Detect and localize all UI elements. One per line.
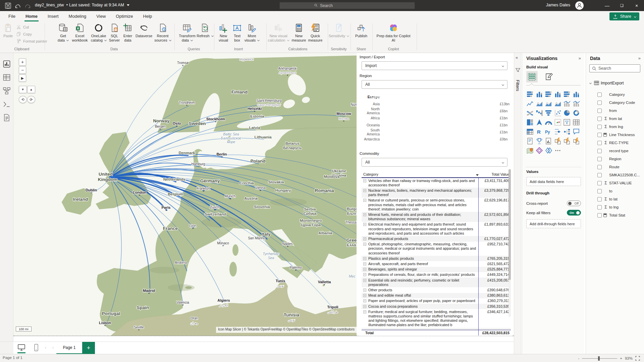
field-checkbox[interactable] [597, 133, 602, 137]
visual-type-slicer[interactable] [563, 119, 571, 126]
field-from-lng[interactable]: Σfrom lng [589, 123, 642, 131]
recent-sources-button[interactable]: Recentsources [154, 23, 171, 43]
expand-row-icon[interactable]: + [363, 223, 366, 226]
sql-server-button[interactable]: SQLServer [107, 23, 122, 43]
expand-row-icon[interactable]: + [363, 243, 366, 246]
field-category[interactable]: Category [589, 90, 642, 99]
visual-type-scroller[interactable] [554, 128, 561, 135]
rail-dax-query-view[interactable] [2, 100, 11, 109]
visual-type-power-automate-2[interactable] [563, 137, 571, 145]
visual-type-treemap[interactable] [526, 119, 534, 126]
table-row[interactable]: +Electrical machinery and equipment and … [362, 222, 511, 236]
visual-type-kpi[interactable] [554, 119, 561, 126]
field-checkbox[interactable] [597, 197, 602, 201]
field-smka122508-c-[interactable]: SMKA122508.C... [589, 171, 642, 179]
expand-filters-icon[interactable]: « [516, 55, 518, 60]
table-header[interactable]: Category Total Value [362, 169, 511, 178]
bar-row-asia[interactable]: Asia£13bn [358, 101, 509, 107]
table-row[interactable]: +Vehicles other than railway or tramway … [362, 178, 511, 188]
commodity-table[interactable]: Category Total Value +Vehicles other tha… [362, 169, 511, 327]
avatar[interactable] [575, 1, 584, 10]
field-checkbox[interactable] [597, 181, 602, 185]
visual-type-ribbon-chart[interactable] [526, 109, 534, 117]
zoom-slider-thumb[interactable] [598, 356, 600, 361]
field-route[interactable]: Route [589, 163, 642, 171]
visual-type-icon-map[interactable] [526, 147, 534, 154]
map-visual[interactable]: TromsøМурманскArkhangelskАрхангельскTron… [13, 53, 357, 336]
visual-type-line-chart[interactable] [526, 100, 534, 107]
rail-report-view[interactable] [2, 60, 11, 68]
ribbon-tab-optimize[interactable]: Optimize [111, 11, 138, 21]
field-checkbox[interactable] [597, 141, 602, 145]
bar-row-oceania[interactable]: Oceania£1bn [358, 122, 509, 128]
table-row[interactable]: +Optical, photographic, cinematographic,… [362, 242, 511, 256]
desktop-layout-icon[interactable] [17, 344, 25, 352]
global-search-input[interactable]: Search [279, 2, 415, 9]
visual-type-power-automate-3[interactable] [573, 137, 580, 145]
prep-data-for-copilot-ai-button[interactable]: Prep data for CopilotAI [374, 23, 413, 43]
add-drill-through-well[interactable]: Add drill-through fields here [526, 219, 581, 228]
table-row[interactable]: +Mineral fuels, mineral oils and product… [362, 212, 511, 222]
visual-type-funnel-chart[interactable] [545, 109, 552, 117]
visual-type-100-stacked-bar-chart[interactable] [563, 90, 571, 98]
visual-type-clustered-bar-chart[interactable] [545, 90, 552, 98]
visual-type-100-stacked-column-chart[interactable] [573, 90, 580, 98]
table-row[interactable]: +Nuclear reactors, boilers, machinery an… [362, 188, 511, 197]
field-to-lat[interactable]: Σto lat [589, 195, 642, 203]
table-row[interactable]: +Cocoa and cocoa preparations£356,310,53… [362, 304, 511, 309]
visual-type-more-visuals[interactable] [554, 147, 561, 154]
visual-type-100-stacked-area-chart[interactable] [554, 100, 561, 107]
region-dropdown[interactable]: All [362, 80, 507, 89]
visual-type-power-automate-1[interactable] [554, 137, 561, 145]
visual-type-table[interactable] [573, 119, 580, 126]
table-row[interactable]: +Preparations of cereals, flour, starch … [362, 272, 511, 278]
visual-type-r-script-visual[interactable]: R [536, 128, 543, 135]
collapse-visualizations-icon[interactable]: » [579, 56, 581, 61]
bar-row-europe[interactable]: Europe£28bn [358, 94, 509, 100]
get-data-button[interactable]: Getdata [55, 23, 71, 43]
field-rec-type[interactable]: ΣREC-TYPE [589, 139, 642, 147]
region-bar-chart[interactable]: Europe£28bnAsia£13bnNorth America£6bnAfr… [358, 94, 509, 150]
table-row[interactable]: +Other products£390,648,676 [362, 287, 511, 293]
expand-row-icon[interactable]: + [363, 179, 366, 182]
field-from-lat[interactable]: Σfrom lat [589, 115, 642, 123]
map-pitch-up-button[interactable]: ▲ [27, 86, 35, 93]
visual-type-area-chart[interactable] [536, 100, 543, 107]
field-stat-value[interactable]: ΣSTAT-VALUE [589, 179, 642, 187]
expand-row-icon[interactable]: + [363, 305, 366, 308]
document-title[interactable]: day2_lines_ptw •Last saved: Today at 9:3… [35, 3, 129, 7]
maximize-button[interactable]: ❑ [614, 0, 629, 11]
visual-type-clustered-column-chart[interactable] [554, 90, 561, 98]
visual-type-line-and-clustered-column-chart[interactable] [573, 100, 580, 107]
bar-row-africa[interactable]: Africa£1bn [358, 115, 509, 121]
field-category-code[interactable]: Category Code [589, 99, 642, 107]
field-checkbox[interactable] [597, 213, 602, 218]
field-checkbox[interactable] [597, 149, 602, 153]
field-checkbox[interactable] [597, 173, 602, 177]
expand-row-icon[interactable]: + [363, 213, 366, 216]
text-box-button[interactable]: Textbox [231, 23, 243, 43]
expand-row-icon[interactable]: + [363, 262, 366, 265]
import-export-dropdown[interactable]: Import [362, 61, 507, 70]
ribbon-tab-help[interactable]: Help [138, 11, 157, 21]
keep-all-filters-toggle[interactable]: On [567, 210, 581, 216]
add-page-button[interactable]: + [82, 342, 95, 354]
ribbon-tab-file[interactable]: File [3, 11, 20, 21]
more-visuals-button[interactable]: Morevisuals [244, 23, 260, 43]
save-icon[interactable] [4, 2, 12, 10]
field-line-thickness[interactable]: Line Thickness [589, 131, 642, 139]
visual-type-deneb[interactable] [536, 147, 543, 154]
visual-type-paginated-report[interactable] [526, 137, 534, 145]
rail-model-view[interactable] [2, 86, 11, 95]
visual-type-stacked-column-chart[interactable] [536, 90, 543, 98]
close-button[interactable]: × [629, 0, 644, 11]
field-checkbox[interactable] [597, 165, 602, 169]
enter-data-button[interactable]: Enterdata [121, 23, 135, 43]
column-header-category[interactable]: Category [362, 172, 478, 176]
ribbon-tab-insert[interactable]: Insert [43, 11, 64, 21]
map-zoom-in-button[interactable]: + [19, 58, 26, 66]
visual-type-q-and-a[interactable] [573, 128, 580, 135]
visual-type-metrics[interactable] [536, 137, 543, 145]
table-node-importexport[interactable]: ImportExport [589, 80, 624, 85]
field-checkbox[interactable] [597, 117, 602, 121]
